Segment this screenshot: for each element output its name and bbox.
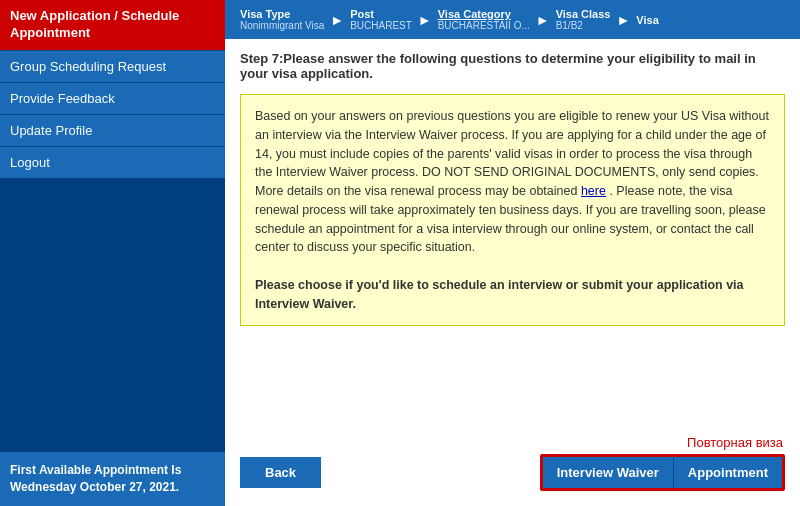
breadcrumb-arrow-3: ► <box>536 12 550 28</box>
sidebar-item-new-application[interactable]: New Application / Schedule Appointment <box>0 0 225 50</box>
step-instruction: Step 7:Please answer the following quest… <box>225 39 800 89</box>
button-row: Back Interview Waiver Appointment <box>240 454 785 491</box>
sidebar-item-provide-feedback[interactable]: Provide Feedback <box>0 82 225 114</box>
breadcrumb-visa-class: Visa Class B1/B2 <box>556 8 611 31</box>
breadcrumb-arrow-4: ► <box>616 12 630 28</box>
sidebar: New Application / Schedule Appointment G… <box>0 0 225 506</box>
breadcrumb-visa-type: Visa Type Nonimmigrant Visa <box>240 8 324 31</box>
interview-waiver-button[interactable]: Interview Waiver <box>543 457 673 488</box>
right-buttons-group: Interview Waiver Appointment <box>540 454 785 491</box>
repeat-visa-label: Повторная виза <box>240 435 785 450</box>
appointment-info-box: First Available Appointment Is Wednesday… <box>0 452 225 506</box>
breadcrumb: Visa Type Nonimmigrant Visa ► Post BUCHA… <box>225 0 800 39</box>
breadcrumb-post: Post BUCHAREST <box>350 8 412 31</box>
breadcrumb-arrow-1: ► <box>330 12 344 28</box>
sidebar-item-group-scheduling[interactable]: Group Scheduling Request <box>0 50 225 82</box>
bottom-area: Повторная виза Back Interview Waiver App… <box>225 435 800 506</box>
appointment-button[interactable]: Appointment <box>673 457 782 488</box>
here-link[interactable]: here <box>581 184 606 198</box>
sidebar-item-logout[interactable]: Logout <box>0 146 225 178</box>
breadcrumb-arrow-2: ► <box>418 12 432 28</box>
breadcrumb-visa: Visa <box>636 14 658 26</box>
info-box: Based on your answers on previous questi… <box>240 94 785 326</box>
breadcrumb-visa-category: Visa Category BUCHARESTAII O... <box>438 8 530 31</box>
main-content: Visa Type Nonimmigrant Visa ► Post BUCHA… <box>225 0 800 506</box>
sidebar-item-update-profile[interactable]: Update Profile <box>0 114 225 146</box>
back-button[interactable]: Back <box>240 457 321 488</box>
